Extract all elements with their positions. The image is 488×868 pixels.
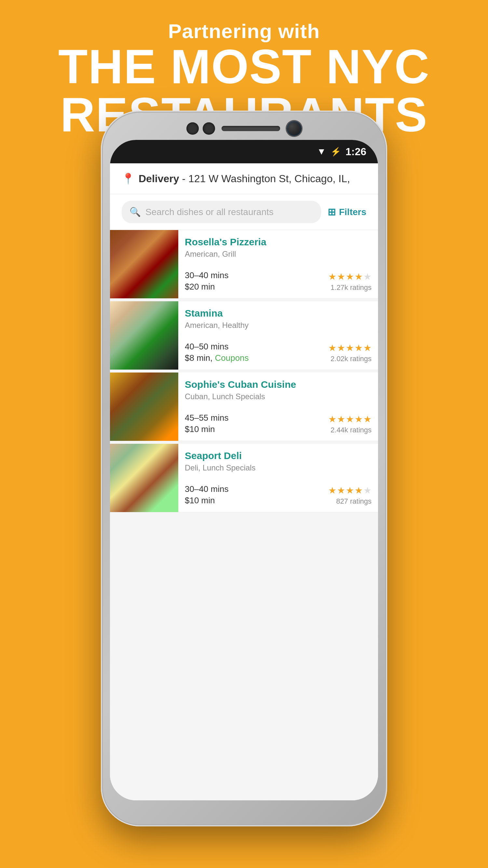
restaurant-list: Rosella's Pizzeria American, Grill 30–40… <box>110 230 378 800</box>
stars-sophies: ★ ★ ★ ★ ★ <box>328 414 371 425</box>
restaurant-image-rosellas <box>110 230 178 298</box>
star4: ★ <box>355 414 363 425</box>
headline-line1: THE MOST NYC <box>0 42 488 91</box>
restaurant-details-seaport: 30–40 mins $10 min ★ ★ ★ ★ ★ <box>185 484 371 505</box>
camera-dot-1 <box>186 122 199 135</box>
filters-label: Filters <box>339 207 366 217</box>
ratings-count-seaport: 827 ratings <box>336 497 371 505</box>
search-box[interactable]: 🔍 Search dishes or all restaurants <box>122 201 321 223</box>
restaurant-timing-stamina: 40–50 mins $8 min, Coupons <box>185 342 249 363</box>
restaurant-details-rosellas: 30–40 mins $20 min ★ ★ ★ ★ ★ <box>185 270 371 292</box>
restaurant-info-sophies: Sophie's Cuban Cuisine Cuban, Lunch Spec… <box>178 373 378 441</box>
min-seaport: $10 min <box>185 495 228 505</box>
restaurant-cuisine-sophies: Cuban, Lunch Specials <box>185 392 371 401</box>
restaurant-card-sophies[interactable]: Sophie's Cuban Cuisine Cuban, Lunch Spec… <box>110 373 378 441</box>
coupon-stamina: Coupons <box>215 353 249 363</box>
star3: ★ <box>346 343 354 353</box>
star3: ★ <box>346 271 354 282</box>
restaurant-name-seaport: Seaport Deli <box>185 450 371 461</box>
delivery-bar[interactable]: 📍 Delivery - 121 W Washington St, Chicag… <box>110 163 378 194</box>
timing-stamina: 40–50 mins <box>185 342 249 352</box>
rating-area-stamina: ★ ★ ★ ★ ★ 2.02k ratings <box>328 343 371 363</box>
restaurant-image-stamina <box>110 301 178 370</box>
delivery-text: Delivery - 121 W Washington St, Chicago,… <box>139 173 350 185</box>
restaurant-name-rosellas: Rosella's Pizzeria <box>185 237 371 248</box>
filters-icon: ⊞ <box>328 206 336 218</box>
restaurant-cuisine-stamina: American, Healthy <box>185 321 371 330</box>
star1: ★ <box>328 343 336 353</box>
timing-rosellas: 30–40 mins <box>185 270 228 280</box>
status-time: 1:26 <box>345 146 366 158</box>
front-camera <box>286 121 302 136</box>
search-placeholder-text: Search dishes or all restaurants <box>146 207 274 217</box>
rating-area-sophies: ★ ★ ★ ★ ★ 2.44k ratings <box>328 414 371 434</box>
restaurant-details-sophies: 45–55 mins $10 min ★ ★ ★ ★ ★ <box>185 413 371 434</box>
status-bar: ▼ ⚡ 1:26 <box>110 140 378 163</box>
min-sophies: $10 min <box>185 424 228 434</box>
battery-icon: ⚡ <box>331 147 341 157</box>
star4: ★ <box>355 271 363 282</box>
delivery-label: Delivery <box>139 173 179 184</box>
star4: ★ <box>355 343 363 353</box>
restaurant-timing-seaport: 30–40 mins $10 min <box>185 484 228 505</box>
star2: ★ <box>337 271 345 282</box>
star5: ★ <box>363 271 371 282</box>
ratings-count-rosellas: 1.27k ratings <box>331 283 371 292</box>
speaker-grille <box>221 126 280 131</box>
restaurant-image-sophies <box>110 373 178 441</box>
app-content: 📍 Delivery - 121 W Washington St, Chicag… <box>110 163 378 800</box>
star1: ★ <box>328 414 336 425</box>
rating-area-rosellas: ★ ★ ★ ★ ★ 1.27k ratings <box>328 271 371 292</box>
wifi-icon: ▼ <box>317 146 326 157</box>
star3: ★ <box>346 485 354 496</box>
restaurant-info-stamina: Stamina American, Healthy 40–50 mins $8 … <box>178 301 378 370</box>
filters-button[interactable]: ⊞ Filters <box>328 206 366 218</box>
star2: ★ <box>337 414 345 425</box>
star4-half: ★ <box>355 485 363 496</box>
phone-device: ▼ ⚡ 1:26 📍 Delivery - 121 W Washington S… <box>101 111 387 826</box>
restaurant-name-sophies: Sophie's Cuban Cuisine <box>185 379 371 390</box>
restaurant-card-seaport[interactable]: Seaport Deli Deli, Lunch Specials 30–40 … <box>110 444 378 513</box>
star3: ★ <box>346 414 354 425</box>
delivery-address: - 121 W Washington St, Chicago, IL, <box>179 173 350 184</box>
phone-shell: ▼ ⚡ 1:26 📍 Delivery - 121 W Washington S… <box>101 111 387 826</box>
restaurant-info-rosellas: Rosella's Pizzeria American, Grill 30–40… <box>178 230 378 298</box>
restaurant-card-stamina[interactable]: Stamina American, Healthy 40–50 mins $8 … <box>110 301 378 370</box>
restaurant-cuisine-rosellas: American, Grill <box>185 250 371 259</box>
star2: ★ <box>337 485 345 496</box>
camera-dots <box>186 122 215 135</box>
restaurant-info-seaport: Seaport Deli Deli, Lunch Specials 30–40 … <box>178 444 378 512</box>
camera-dot-2 <box>203 122 215 135</box>
partnering-text: Partnering with <box>0 20 488 42</box>
star2: ★ <box>337 343 345 353</box>
rating-area-seaport: ★ ★ ★ ★ ★ 827 ratings <box>328 485 371 505</box>
phone-top-hardware <box>146 121 342 136</box>
star5-half: ★ <box>363 414 371 425</box>
star5-empty: ★ <box>363 485 371 496</box>
star1: ★ <box>328 485 336 496</box>
phone-screen: ▼ ⚡ 1:26 📍 Delivery - 121 W Washington S… <box>110 140 378 800</box>
restaurant-image-seaport <box>110 444 178 512</box>
star5-half: ★ <box>363 343 371 353</box>
status-icons: ▼ ⚡ 1:26 <box>317 146 366 158</box>
restaurant-name-stamina: Stamina <box>185 308 371 319</box>
min-rosellas: $20 min <box>185 282 228 292</box>
location-icon: 📍 <box>122 173 135 185</box>
timing-sophies: 45–55 mins <box>185 413 228 423</box>
ratings-count-stamina: 2.02k ratings <box>331 354 371 363</box>
search-area: 🔍 Search dishes or all restaurants ⊞ Fil… <box>110 194 378 230</box>
ratings-count-sophies: 2.44k ratings <box>331 426 371 434</box>
min-stamina: $8 min, Coupons <box>185 353 249 363</box>
restaurant-card-rosellas[interactable]: Rosella's Pizzeria American, Grill 30–40… <box>110 230 378 299</box>
stars-stamina: ★ ★ ★ ★ ★ <box>328 343 371 353</box>
timing-seaport: 30–40 mins <box>185 484 228 494</box>
restaurant-details-stamina: 40–50 mins $8 min, Coupons ★ <box>185 342 371 363</box>
restaurant-timing-sophies: 45–55 mins $10 min <box>185 413 228 434</box>
restaurant-cuisine-seaport: Deli, Lunch Specials <box>185 463 371 472</box>
stars-seaport: ★ ★ ★ ★ ★ <box>328 485 371 496</box>
stars-rosellas: ★ ★ ★ ★ ★ <box>328 271 371 282</box>
search-icon: 🔍 <box>129 207 141 217</box>
star1: ★ <box>328 271 336 282</box>
restaurant-timing-rosellas: 30–40 mins $20 min <box>185 270 228 292</box>
